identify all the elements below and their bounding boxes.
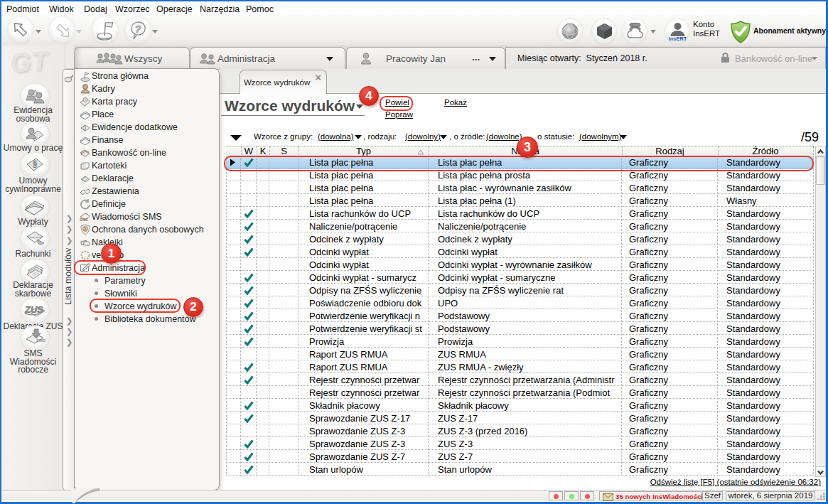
svg-text:?: ? [134, 23, 141, 35]
svg-text:SMS: SMS [36, 338, 45, 343]
svg-text:SMS: SMS [80, 218, 88, 222]
svg-text:InsERT: InsERT [669, 36, 687, 42]
svg-text:§: § [33, 159, 38, 169]
